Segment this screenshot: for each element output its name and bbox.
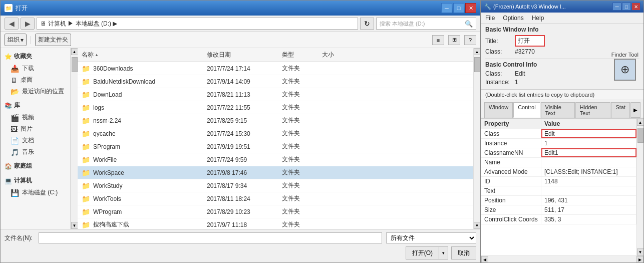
property-cell: ClassnameNN (481, 148, 541, 157)
file-row[interactable]: 📁 qycache 2017/7/24 15:30 文件夹 (78, 127, 473, 140)
sidebar-item-pictures[interactable]: 🖼 图片 (1, 123, 70, 135)
file-row[interactable]: 📁 WorkFile 2017/7/24 9:59 文件夹 (78, 153, 473, 166)
autoit-close-button[interactable]: ✕ (631, 3, 640, 11)
sidebar-item-documents[interactable]: 📄 文档 (1, 135, 70, 146)
file-row[interactable]: 📁 搜狗高速下载 2017/9/7 11:18 文件夹 (78, 218, 473, 229)
sidebar-item-download[interactable]: 📥 下载 (1, 63, 70, 74)
value-cell: Edit1 (541, 148, 636, 157)
autoit-content: Basic Window Info Title: 打开 Class: #3277… (481, 24, 643, 262)
sidebar-item-music[interactable]: 🎵 音乐 (1, 146, 70, 158)
file-row[interactable]: 📁 logs 2017/7/22 11:55 文件夹 (78, 101, 473, 114)
back-button[interactable]: ◀ (5, 18, 19, 30)
file-name-text: qycache (93, 130, 116, 137)
file-date-cell: 2017/8/11 18:24 (203, 194, 278, 203)
help-button[interactable]: ? (464, 35, 476, 45)
filetype-select[interactable]: 所有文件 (386, 232, 476, 243)
menu-options[interactable]: Options (501, 14, 525, 23)
table-row[interactable]: Instance 1 (481, 139, 636, 148)
file-scroll-thumb[interactable] (474, 57, 480, 72)
file-size-cell (318, 94, 358, 96)
minimize-button[interactable]: ─ (441, 3, 452, 13)
tab-visible-text[interactable]: Visible Text (541, 102, 575, 118)
file-row[interactable]: 📁 360Downloads 2017/7/24 17:14 文件夹 (78, 62, 473, 75)
file-scroll-down[interactable]: ▼ (474, 222, 481, 229)
file-row[interactable]: 📁 WorkSpace 2017/9/8 17:46 文件夹 (78, 166, 473, 179)
view-details-button[interactable]: ⊞ (448, 35, 460, 45)
table-row[interactable]: ID 1148 (481, 177, 636, 186)
tab-more-button[interactable]: ▶ (630, 102, 640, 118)
table-row[interactable]: ControlClick Coords 335, 3 (481, 215, 636, 224)
table-row[interactable]: Text (481, 186, 636, 196)
column-size[interactable]: 大小 (318, 49, 358, 61)
file-scroll-up[interactable]: ▲ (474, 48, 481, 55)
search-icon[interactable]: 🔍 (465, 20, 473, 28)
hscroll-left[interactable]: ◀ (481, 256, 488, 262)
recent-icon: 📂 (11, 88, 19, 96)
tab-hidden-text[interactable]: Hidden Text (575, 102, 611, 118)
forward-button[interactable]: ▶ (21, 18, 35, 30)
filename-input[interactable] (39, 232, 382, 243)
search-bar[interactable]: 搜索 本地磁盘 (D:) 🔍 (376, 18, 476, 30)
address-bar[interactable]: 🖥 计算机 ▶ 本地磁盘 (D:) ▶ (37, 18, 358, 30)
file-list[interactable]: 📁 360Downloads 2017/7/24 17:14 文件夹 📁 Bai… (78, 62, 473, 229)
autoit-h-scrollbar[interactable]: ◀ ▶ (481, 255, 643, 262)
autoit-minimize-button[interactable]: ─ (612, 3, 621, 11)
tab-window[interactable]: Window (484, 102, 513, 118)
file-row[interactable]: 📁 BaiduNetdiskDownload 2017/9/14 14:09 文… (78, 75, 473, 88)
sidebar-item-recent[interactable]: 📂 最近访问的位置 (1, 86, 70, 97)
tab-stat[interactable]: Stat (611, 102, 630, 118)
organize-button[interactable]: 组织 ▾ (5, 34, 27, 46)
table-row[interactable]: ClassnameNN Edit1 (481, 148, 636, 158)
sidebar-item-video[interactable]: 🎬 视频 (1, 112, 70, 123)
control-class-value: Edit (515, 70, 525, 77)
file-row[interactable]: 📁 DownLoad 2017/8/21 11:13 文件夹 (78, 88, 473, 101)
menu-file[interactable]: File (483, 14, 497, 23)
property-cell: Advanced Mode (481, 167, 541, 176)
file-row[interactable]: 📁 WProgram 2017/8/29 10:23 文件夹 (78, 205, 473, 218)
homegroup-header[interactable]: 🏠 家庭组 (1, 160, 70, 172)
file-row[interactable]: 📁 WorkTools 2017/8/11 18:24 文件夹 (78, 192, 473, 205)
menu-help[interactable]: Help (530, 14, 546, 23)
favorites-header[interactable]: ⭐ 收藏夹 (1, 50, 70, 63)
folder-icon: 📁 (82, 104, 90, 112)
open-button[interactable]: 打开(O) (406, 246, 439, 259)
cancel-button[interactable]: 取消 (451, 246, 476, 259)
autoit-scroll-down[interactable]: ▼ (637, 248, 644, 255)
autoit-scroll-thumb[interactable] (637, 128, 643, 143)
sidebar-item-c-drive[interactable]: 💾 本地磁盘 (C:) (1, 187, 70, 198)
sidebar-item-desktop[interactable]: 🖥 桌面 (1, 74, 70, 86)
file-row[interactable]: 📁 WorkStudy 2017/8/17 9:34 文件夹 (78, 179, 473, 192)
file-row[interactable]: 📁 SProgram 2017/9/19 19:51 文件夹 (78, 140, 473, 153)
file-list-scrollbar[interactable]: ▲ ▼ (473, 48, 480, 229)
open-dropdown-button[interactable]: ▾ (439, 246, 448, 259)
column-date[interactable]: 修改日期 (203, 49, 278, 61)
maximize-button[interactable]: □ (453, 3, 464, 13)
refresh-button[interactable]: ↻ (360, 18, 374, 30)
column-name[interactable]: 名称 ▲ (78, 49, 203, 61)
folder-icon: 📁 (82, 195, 90, 203)
autoit-scrollbar[interactable]: ▲ ▼ (636, 119, 643, 255)
sidebar-scrollbar[interactable]: ▲ ▼ (71, 48, 78, 229)
close-button[interactable]: ✕ (465, 3, 476, 13)
computer-header[interactable]: 💻 计算机 (1, 174, 70, 187)
autoit-scroll-up[interactable]: ▲ (637, 119, 644, 126)
table-row[interactable]: Position 196, 431 (481, 196, 636, 205)
homegroup-icon: 🏠 (5, 163, 12, 170)
file-row[interactable]: 📁 nssm-2.24 2017/8/25 9:15 文件夹 (78, 114, 473, 127)
table-row[interactable]: Size 511, 17 (481, 205, 636, 215)
column-type[interactable]: 类型 (278, 49, 318, 61)
finder-tool-button[interactable]: ⊕ (614, 59, 636, 81)
table-row[interactable]: Name (481, 158, 636, 167)
value-cell: [CLASS:Edit; INSTANCE:1] (541, 167, 636, 176)
view-list-button[interactable]: ≡ (432, 35, 444, 45)
new-folder-button[interactable]: 新建文件夹 (35, 34, 71, 46)
scroll-down-button[interactable]: ▼ (71, 222, 78, 229)
library-header[interactable]: 📚 库 (1, 99, 70, 112)
scroll-thumb[interactable] (72, 57, 78, 72)
table-row[interactable]: Advanced Mode [CLASS:Edit; INSTANCE:1] (481, 167, 636, 177)
scroll-up-button[interactable]: ▲ (71, 48, 78, 55)
tab-control[interactable]: Control (513, 102, 540, 118)
hscroll-right[interactable]: ▶ (636, 256, 643, 262)
autoit-restore-button[interactable]: □ (622, 3, 631, 11)
table-row[interactable]: Class Edit (481, 129, 636, 139)
